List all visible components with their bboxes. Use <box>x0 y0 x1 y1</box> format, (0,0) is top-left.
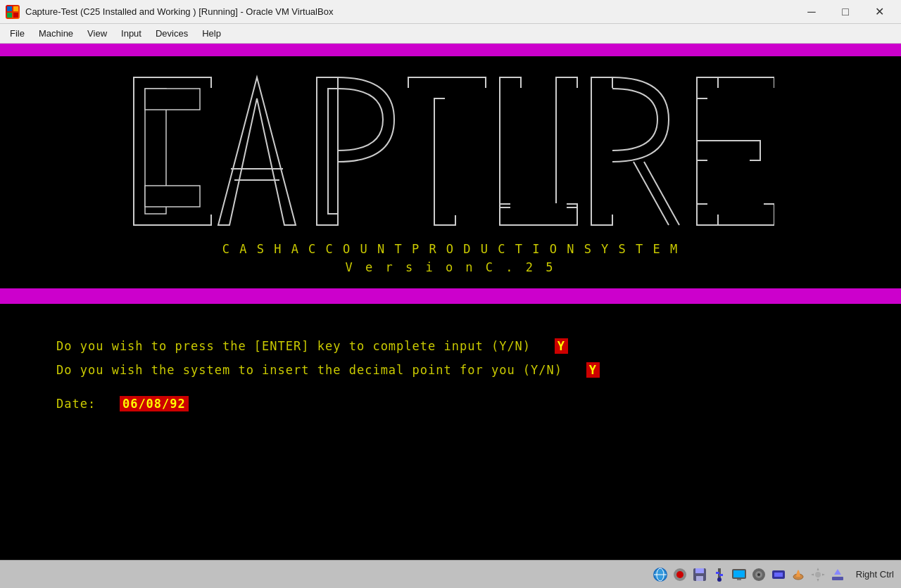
svg-rect-44 <box>696 576 703 581</box>
menu-item-file[interactable]: File <box>3 25 32 41</box>
date-line: Date: 06/08/92 <box>0 397 901 411</box>
svg-point-41 <box>676 571 683 578</box>
svg-marker-60 <box>834 569 841 575</box>
right-ctrl-label: Right Ctrl <box>856 569 894 580</box>
svg-rect-51 <box>737 579 741 580</box>
java-icon[interactable] <box>790 566 807 583</box>
svg-rect-47 <box>716 572 719 574</box>
vm-shared-icon[interactable] <box>770 566 787 583</box>
menu-item-view[interactable]: View <box>80 25 114 41</box>
svg-rect-14 <box>328 89 338 214</box>
menu-item-input[interactable]: Input <box>114 25 149 41</box>
svg-rect-22 <box>567 89 577 203</box>
svg-point-46 <box>717 577 722 582</box>
vm-screen[interactable]: C A S H A C C O U N T P R O D U C T I O … <box>0 44 901 560</box>
svg-rect-59 <box>832 577 843 580</box>
vm-content-area: Do you wish to press the [ENTER] key to … <box>0 304 901 411</box>
display-icon[interactable] <box>731 566 748 583</box>
menu-item-machine[interactable]: Machine <box>32 25 80 41</box>
answer-decimal-point: Y <box>586 362 600 378</box>
prompt-decimal-point: Do you wish the system to insert the dec… <box>0 363 901 377</box>
svg-point-58 <box>815 572 821 577</box>
maximize-button[interactable]: □ <box>829 1 862 23</box>
taskbar: Right Ctrl <box>0 560 901 588</box>
save-icon[interactable] <box>691 566 708 583</box>
svg-rect-48 <box>719 574 723 576</box>
svg-rect-3 <box>13 13 18 18</box>
svg-rect-18 <box>446 98 455 215</box>
menu-item-devices[interactable]: Devices <box>149 25 195 41</box>
taskbar-icons <box>652 566 846 583</box>
title-bar: Capture-Test (C25 Installed and Working … <box>0 0 901 24</box>
usb-icon[interactable] <box>711 566 728 583</box>
svg-rect-8 <box>145 186 200 207</box>
settings-icon[interactable] <box>809 566 826 583</box>
download-icon[interactable] <box>829 566 846 583</box>
svg-line-28 <box>644 162 679 225</box>
svg-rect-2 <box>7 13 12 18</box>
menu-item-help[interactable]: Help <box>195 25 228 41</box>
svg-rect-0 <box>7 6 12 11</box>
app-icon <box>6 5 20 19</box>
subtitle-version: V e r s i o n C . 2 5 <box>346 260 556 274</box>
network-icon[interactable] <box>652 566 669 583</box>
capture-title-area: C A S H A C C O U N T P R O D U C T I O … <box>0 56 901 288</box>
window-title: Capture-Test (C25 Installed and Working … <box>25 6 795 17</box>
record-icon[interactable] <box>672 566 688 583</box>
svg-rect-43 <box>695 568 704 573</box>
menu-bar: FileMachineViewInputDevicesHelp <box>0 24 901 44</box>
svg-rect-20 <box>511 89 521 203</box>
svg-rect-7 <box>145 89 200 110</box>
svg-rect-36 <box>708 152 749 160</box>
svg-rect-56 <box>774 573 783 577</box>
capture-logo-svg <box>127 70 774 232</box>
svg-marker-9 <box>218 77 296 225</box>
window-controls: ─ □ ✕ <box>795 1 895 23</box>
svg-rect-26 <box>603 89 612 214</box>
svg-rect-50 <box>733 570 745 577</box>
svg-rect-34 <box>708 204 763 214</box>
answer-enter-key: Y <box>555 338 568 354</box>
top-magenta-bar <box>0 44 901 56</box>
subtitle-cash-account: C A S H A C C O U N T P R O D U C T I O … <box>222 242 679 256</box>
date-value: 06/08/92 <box>120 396 189 411</box>
close-button[interactable]: ✕ <box>863 1 895 23</box>
minimize-button[interactable]: ─ <box>795 1 828 23</box>
prompt-enter-key: Do you wish to press the [ENTER] key to … <box>0 339 901 353</box>
svg-point-54 <box>757 573 760 576</box>
svg-rect-1 <box>13 6 18 11</box>
audio-icon[interactable] <box>750 566 767 583</box>
bottom-magenta-bar <box>0 288 901 304</box>
svg-rect-24 <box>511 204 566 214</box>
svg-line-27 <box>634 162 669 225</box>
svg-rect-16 <box>408 89 486 98</box>
